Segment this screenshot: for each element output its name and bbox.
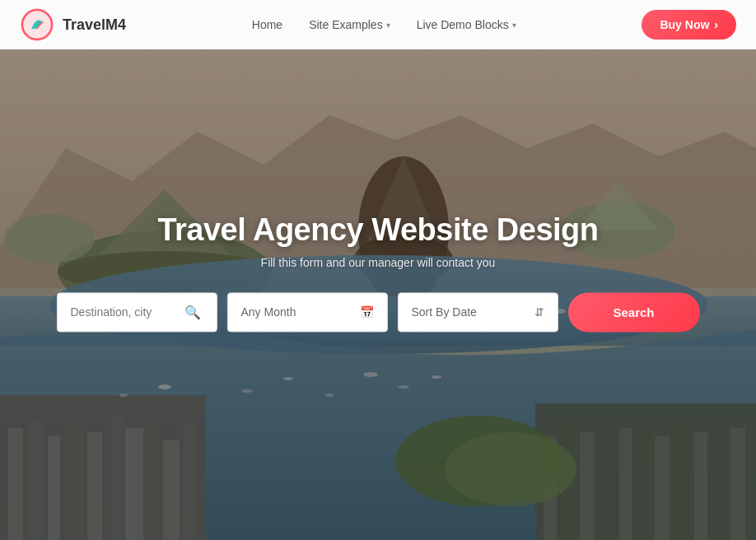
navbar: TravelM4 Home Site Examples ▾ Live Demo … bbox=[0, 0, 756, 49]
month-select[interactable]: Any Month 📅 bbox=[227, 292, 388, 332]
hero-content: Travel Agency Website Design Fill this f… bbox=[38, 212, 718, 332]
sort-icon: ⇵ bbox=[534, 305, 544, 319]
hero-title: Travel Agency Website Design bbox=[38, 212, 718, 248]
search-button[interactable]: Search bbox=[568, 292, 700, 332]
brand-logo bbox=[20, 7, 54, 42]
nav-links: Home Site Examples ▾ Live Demo Blocks ▾ bbox=[252, 18, 516, 31]
sort-select[interactable]: Sort By Date ⇵ bbox=[398, 292, 558, 332]
search-bar: 🔍 Any Month 📅 Sort By Date ⇵ Search bbox=[38, 292, 718, 332]
chevron-right-icon: › bbox=[714, 18, 718, 31]
dropdown-arrow-demo: ▾ bbox=[512, 21, 516, 30]
brand-name: TravelM4 bbox=[63, 16, 126, 34]
destination-field[interactable]: 🔍 bbox=[57, 292, 217, 332]
nav-site-examples[interactable]: Site Examples ▾ bbox=[309, 18, 390, 31]
sort-label: Sort By Date bbox=[412, 305, 477, 319]
search-icon: 🔍 bbox=[184, 305, 201, 320]
calendar-icon: 📅 bbox=[360, 305, 374, 319]
month-label: Any Month bbox=[241, 305, 296, 319]
brand: TravelM4 bbox=[20, 7, 126, 42]
hero-section: TravelM4 Home Site Examples ▾ Live Demo … bbox=[0, 0, 756, 540]
buy-now-button[interactable]: Buy Now › bbox=[642, 10, 736, 40]
hero-subtitle: Fill this form and our manager will cont… bbox=[38, 256, 718, 269]
destination-input[interactable] bbox=[71, 305, 178, 319]
nav-home[interactable]: Home bbox=[252, 18, 282, 31]
dropdown-arrow-site: ▾ bbox=[386, 21, 390, 30]
nav-live-demo[interactable]: Live Demo Blocks ▾ bbox=[417, 18, 516, 31]
